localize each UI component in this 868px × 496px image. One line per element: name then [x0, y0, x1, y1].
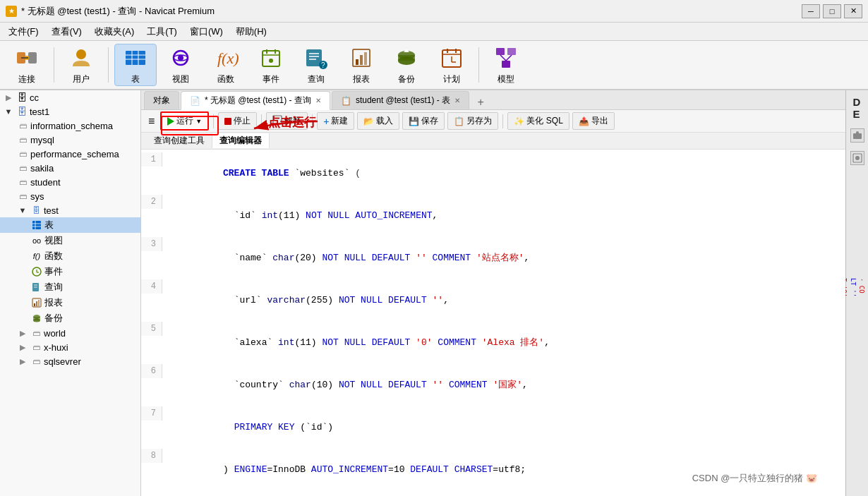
- minimize-button[interactable]: ─: [802, 4, 820, 18]
- toolbar-table[interactable]: 表: [114, 44, 157, 86]
- tab-student-close[interactable]: ✕: [454, 97, 460, 104]
- line-num-5: 5: [141, 322, 162, 336]
- watermark: CSDN @一只特立独行的猪 🐷: [692, 472, 817, 485]
- menu-file[interactable]: 文件(F): [3, 24, 44, 40]
- model-icon: [493, 45, 519, 71]
- menu-tools[interactable]: 工具(T): [141, 24, 183, 40]
- tree-label-xhuxi: x-huxi: [44, 342, 68, 353]
- main-toolbar: 连接 用户 表: [0, 41, 868, 90]
- toolbar-connect[interactable]: 连接: [6, 44, 48, 86]
- toolbar-view[interactable]: 视图: [159, 44, 202, 86]
- maximize-button[interactable]: □: [823, 4, 841, 18]
- query-icon: ?: [303, 45, 329, 71]
- tree-label-hanshu: 函数: [44, 250, 63, 262]
- load-button[interactable]: 📂 载入: [357, 112, 399, 130]
- save-button[interactable]: 💾 保存: [402, 112, 445, 130]
- event-icon-shijian: [31, 266, 42, 277]
- menu-window[interactable]: 窗口(W): [184, 24, 229, 40]
- tree-label-sakila: sakila: [30, 163, 54, 174]
- line-num-1: 1: [141, 152, 162, 167]
- svg-rect-60: [273, 116, 282, 124]
- tree-item-shijian[interactable]: 事件: [0, 264, 140, 279]
- close-button[interactable]: ✕: [844, 4, 862, 18]
- db-icon-perf: 🗃: [17, 148, 28, 159]
- toolbar-event[interactable]: 事件: [250, 44, 292, 86]
- tab-query-close[interactable]: ✕: [315, 97, 321, 104]
- run-button[interactable]: 运行 ▼: [160, 111, 209, 131]
- beautify-icon: ✨: [514, 116, 524, 126]
- tree-item-hanshu[interactable]: f() 函数: [0, 248, 140, 264]
- tree-item-cc[interactable]: ▶ 🗄 cc: [0, 90, 140, 104]
- save-as-button[interactable]: 📋 另存为: [447, 112, 498, 130]
- db-icon-mysql: 🗃: [17, 134, 28, 145]
- toolbar-func[interactable]: f(x) 函数: [205, 44, 247, 86]
- tree-item-student[interactable]: 🗃 student: [0, 175, 140, 189]
- svg-rect-28: [364, 52, 367, 65]
- backup-icon-beifen: [31, 313, 42, 324]
- toolbar-schedule[interactable]: 计划: [430, 44, 473, 86]
- table-icon: [123, 45, 148, 71]
- run-icon: [167, 117, 174, 126]
- save-as-icon: 📋: [454, 116, 464, 126]
- beautify-button[interactable]: ✨ 美化 SQL: [507, 112, 569, 130]
- beautify-label: 美化 SQL: [526, 115, 562, 127]
- tab-query[interactable]: 📄 * 无标题 @test (test1) - 查询 ✕: [181, 91, 330, 110]
- tree-item-world[interactable]: ▶ 🗃 world: [0, 326, 140, 340]
- toolbar-model[interactable]: 模型: [485, 44, 527, 86]
- explain-button[interactable]: 解释: [266, 112, 308, 130]
- db-icon-sakila: 🗃: [17, 162, 28, 174]
- menu-view[interactable]: 查看(V): [46, 24, 88, 40]
- export-label: 导出: [591, 115, 608, 127]
- tree-item-sakila[interactable]: 🗃 sakila: [0, 161, 140, 175]
- sub-tab-editor[interactable]: 查询编辑器: [212, 133, 270, 148]
- tree-item-perf[interactable]: 🗃 performance_schema: [0, 147, 140, 161]
- new-button[interactable]: + 新建: [317, 112, 354, 130]
- explain-icon: [272, 115, 282, 127]
- tab-student[interactable]: 📋 student @test (test1) - 表 ✕: [332, 91, 469, 109]
- title-bar-controls[interactable]: ─ □ ✕: [802, 4, 862, 18]
- user-icon: [68, 45, 94, 71]
- code-editor[interactable]: 1 CREATE TABLE `websites` ( 2 `id` int(1…: [141, 150, 845, 496]
- svg-text:f(x): f(x): [217, 49, 239, 67]
- tree-item-sqlsevrer[interactable]: ▶ 🗃 sqlsevrer: [0, 354, 140, 368]
- line-num-4: 4: [141, 279, 162, 294]
- stop-button[interactable]: 停止: [218, 112, 257, 130]
- menu-help[interactable]: 帮助(H): [230, 24, 272, 40]
- tree-item-biao[interactable]: 表: [0, 217, 140, 233]
- right-panel-btn2[interactable]: [850, 151, 864, 165]
- export-button[interactable]: 📤 导出: [572, 112, 615, 130]
- toolbar-backup[interactable]: 备份: [385, 44, 428, 86]
- tree-item-xhuxi[interactable]: ▶ 🗃 x-huxi: [0, 340, 140, 354]
- tree-item-beifen[interactable]: 备份: [0, 310, 140, 326]
- db-icon-sql: 🗃: [30, 356, 42, 367]
- sub-tab-create[interactable]: 查询创建工具: [147, 133, 212, 148]
- tree-item-sys[interactable]: 🗃 sys: [0, 189, 140, 203]
- svg-point-4: [76, 49, 86, 59]
- toolbar-report[interactable]: 报表: [340, 44, 382, 86]
- tree-item-chaxun[interactable]: 查询: [0, 279, 140, 295]
- hamburger-button[interactable]: ≡: [145, 114, 157, 129]
- tree-item-baobiao[interactable]: 报表: [0, 295, 140, 310]
- db-icon-world: 🗃: [30, 327, 42, 339]
- code-line-7: 7 PRIMARY KEY (`id`): [141, 406, 845, 449]
- toolbar-report-label: 报表: [353, 73, 370, 85]
- menu-favorites[interactable]: 收藏夹(A): [89, 24, 140, 40]
- right-panel-btn1[interactable]: [850, 128, 864, 143]
- chevron-right-icon-world: ▶: [17, 327, 28, 339]
- tree-label-biao: 表: [44, 219, 54, 231]
- tree-item-test[interactable]: ▼ 🗄 test: [0, 203, 140, 217]
- tree-item-mysql[interactable]: 🗃 mysql: [0, 133, 140, 147]
- tab-object[interactable]: 对象: [144, 91, 179, 109]
- tree-item-test1[interactable]: ▼ 🗄 test1: [0, 104, 140, 119]
- new-icon: +: [323, 116, 329, 127]
- content-area: 对象 📄 * 无标题 @test (test1) - 查询 ✕ 📋 studen…: [141, 90, 845, 496]
- toolbar-query[interactable]: ? 查询: [295, 44, 337, 86]
- qt-sep4: [502, 114, 503, 128]
- tab-add-button[interactable]: +: [474, 95, 488, 109]
- toolbar-user[interactable]: 用户: [60, 44, 102, 86]
- tree-item-information-schema[interactable]: 🗃 information_schema: [0, 119, 140, 133]
- tree-label-chaxun: 查询: [44, 281, 63, 294]
- tree-item-shitu[interactable]: oo 视图: [0, 233, 140, 248]
- svg-rect-26: [356, 59, 358, 65]
- line-content-4: `url` varchar(255) NOT NULL DEFAULT '',: [168, 279, 845, 322]
